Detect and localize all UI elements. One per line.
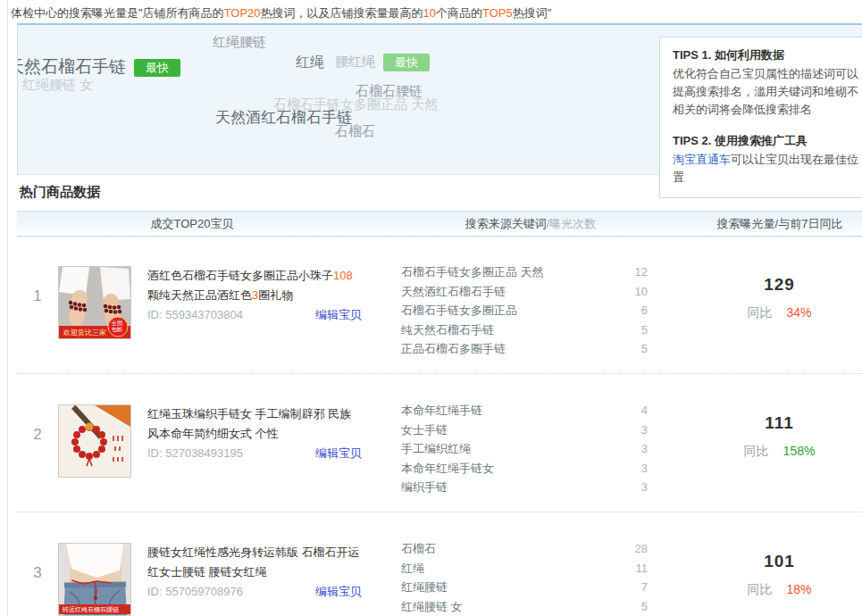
keyword-term: 女士手链	[401, 420, 448, 440]
svg-text:转运红绳石榴石腰链: 转运红绳石榴石腰链	[63, 606, 119, 613]
keyword-term: 红绳腰链 女	[401, 597, 463, 616]
keyword-term: 编织手链	[401, 478, 448, 497]
exposure-stat: 101 同比18%	[648, 543, 862, 598]
search-exposure-panel: 红绳腰链红绳腰红绳最快天然石榴石手链最快红绳腰链 女石榴石腰链石榴石手链女多圈正…	[17, 23, 862, 175]
product-id: ID: 557059708976	[147, 585, 243, 598]
product-id: ID: 527038493195	[147, 446, 243, 460]
keyword-count: 11	[636, 559, 649, 579]
keyword-term: 手工编织红绳	[401, 439, 471, 459]
exposure-stat: 129 同比34%	[648, 266, 862, 321]
product-image: 转运红绳石榴石腰链	[58, 543, 131, 616]
product-title: 酒红色石榴石手链女多圈正品小珠子108颗纯天然正品酒红色3圈礼物	[147, 266, 362, 305]
keyword-term: 石榴石手链女多圈正品	[401, 301, 517, 320]
fastest-badge: 最快	[383, 54, 430, 71]
keyword-row: 手工编织红绳3	[401, 439, 648, 459]
keyword-row: 红绳腰链7	[401, 578, 648, 597]
tips1-title: TIPS 1. 如何利用数据	[673, 46, 862, 64]
keyword-count: 28	[635, 539, 648, 559]
keyword-count: 7	[641, 578, 648, 597]
keyword-list: 石榴石手链女多圈正品 天然12天然酒红石榴石手链10石榴石手链女多圈正品6纯天然…	[401, 262, 648, 359]
product-info: 酒红色石榴石手链女多圈正品小珠子108颗纯天然正品酒红色3圈礼物 ID: 559…	[147, 266, 401, 323]
keyword-row: 编织手链3	[401, 478, 648, 497]
header-sub: /与前7日同比	[775, 217, 843, 230]
intro-highlight-10: 10	[423, 6, 436, 20]
product-id: ID: 559343703804	[147, 308, 243, 321]
edit-item-link[interactable]: 编辑宝贝	[315, 445, 362, 462]
keyword-term: 本命年红绳手链女	[401, 459, 494, 479]
product-table-body: 1 欢迎货比三家 全国 包邮 酒红色石榴石手链女多圈正品小珠子108颗纯天然正品…	[17, 236, 862, 616]
tips-box: TIPS 1. 如何利用数据 优化符合自己宝贝属性的描述词可以提高搜索排名，滥用…	[659, 37, 862, 198]
product-image	[58, 404, 131, 478]
svg-text:全国: 全国	[111, 320, 122, 327]
keyword-count: 12	[635, 262, 648, 282]
page-left-border	[7, 0, 8, 616]
exposure-value: 101	[697, 552, 862, 571]
keyword-term: 正品石榴石多圈手链	[401, 339, 506, 359]
keyword-term: 本命年红绳手链	[401, 401, 482, 420]
intro-highlight-top5: TOP5	[482, 6, 513, 20]
wordcloud-term: 红绳	[296, 54, 324, 71]
intro-part: 体检中心的搜索曝光量是"店铺所有商品的	[11, 6, 224, 20]
keyword-term: 红绳	[401, 559, 424, 579]
svg-text:欢迎货比三家: 欢迎货比三家	[63, 329, 106, 337]
keyword-term: 石榴石手链女多圈正品 天然	[401, 262, 544, 282]
wordcloud-term: 红绳腰链 女	[22, 77, 93, 93]
keyword-wordcloud: 红绳腰链红绳腰红绳最快天然石榴石手链最快红绳腰链 女石榴石腰链石榴石手链女多圈正…	[18, 25, 657, 174]
table-header: 成交TOP20宝贝 搜索来源关键词/曝光次数 搜索曝光量/与前7日同比	[17, 211, 862, 237]
rank-number: 2	[17, 404, 58, 444]
keyword-count: 5	[641, 320, 648, 340]
svg-text:包邮: 包邮	[112, 327, 122, 333]
keyword-count: 3	[641, 420, 648, 440]
table-row: 1 欢迎货比三家 全国 包邮 酒红色石榴石手链女多圈正品小珠子108颗纯天然正品…	[17, 236, 862, 374]
yoy-label: 同比	[747, 305, 772, 320]
wordcloud-term: 红绳腰链	[213, 34, 266, 50]
product-info: 腰链女红绳性感光身转运韩版 石榴石开运红女士腰链 腰链女红绳 ID: 55705…	[147, 543, 401, 600]
section-title: 热门商品数据	[20, 184, 100, 201]
intro-highlight-top20: TOP20	[224, 6, 261, 20]
ztc-link[interactable]: 淘宝直通车	[673, 153, 731, 166]
keyword-count: 4	[641, 401, 648, 420]
keyword-list: 本命年红绳手链4女士手链3手工编织红绳3本命年红绳手链女3编织手链3	[401, 401, 648, 497]
header-source-keywords: 搜索来源关键词/曝光次数	[465, 216, 597, 232]
table-row: 2 红绳玉珠编织手链女 手工编制辟邪 民族风本命年简约细女式 个性 ID: 5	[17, 374, 862, 512]
keyword-row: 石榴石手链女多圈正品6	[401, 301, 648, 320]
yoy-percent: 34%	[786, 305, 811, 320]
keyword-count: 5	[641, 597, 648, 616]
wordcloud-term: 天然酒红石榴石手链	[215, 109, 352, 127]
header-sub: /曝光次数	[547, 217, 597, 230]
edit-item-link[interactable]: 编辑宝贝	[315, 307, 362, 323]
yoy-label: 同比	[747, 582, 772, 596]
keyword-count: 5	[641, 339, 648, 359]
keyword-row: 红绳腰链 女5	[401, 597, 648, 616]
yoy-percent: 18%	[786, 582, 811, 596]
keyword-count: 3	[641, 478, 648, 497]
header-main: 搜索曝光量	[717, 217, 775, 230]
keyword-row: 石榴石28	[401, 539, 648, 559]
rank-number: 1	[17, 266, 58, 305]
wordcloud-term: 石榴石	[335, 123, 375, 139]
edit-item-link[interactable]: 编辑宝贝	[315, 584, 362, 600]
header-top20-items: 成交TOP20宝贝	[151, 216, 234, 232]
keyword-count: 10	[635, 282, 648, 302]
keyword-row: 石榴石手链女多圈正品 天然12	[401, 262, 648, 282]
exposure-value: 111	[697, 413, 862, 433]
keyword-count: 3	[641, 459, 648, 479]
fastest-badge: 最快	[134, 59, 180, 77]
product-info: 红绳玉珠编织手链女 手工编制辟邪 民族风本命年简约细女式 个性 ID: 5270…	[147, 404, 401, 462]
keyword-row: 本命年红绳手链4	[401, 401, 648, 420]
keyword-count: 3	[641, 439, 648, 459]
wordcloud-term: 天然石榴石手链最快	[18, 57, 180, 78]
wordcloud-term: 腰红绳最快	[335, 54, 430, 71]
keyword-row: 纯天然石榴石手链5	[401, 320, 648, 340]
tips2-title: TIPS 2. 使用搜索推广工具	[673, 132, 862, 150]
keyword-count: 6	[641, 301, 648, 320]
tips1-body: 优化符合自己宝贝属性的描述词可以提高搜索排名，滥用关键词和堆砌不相关的词将会降低…	[673, 65, 862, 119]
keyword-term: 红绳腰链	[401, 578, 448, 597]
header-exposure: 搜索曝光量/与前7日同比	[717, 216, 843, 232]
keyword-term: 石榴石	[401, 539, 436, 559]
exposure-value: 129	[697, 275, 862, 295]
product-image: 欢迎货比三家 全国 包邮	[58, 266, 131, 339]
keyword-term: 天然酒红石榴石手链	[401, 282, 506, 302]
product-title: 腰链女红绳性感光身转运韩版 石榴石开运红女士腰链 腰链女红绳	[147, 543, 362, 582]
keyword-term: 纯天然石榴石手链	[401, 320, 494, 340]
